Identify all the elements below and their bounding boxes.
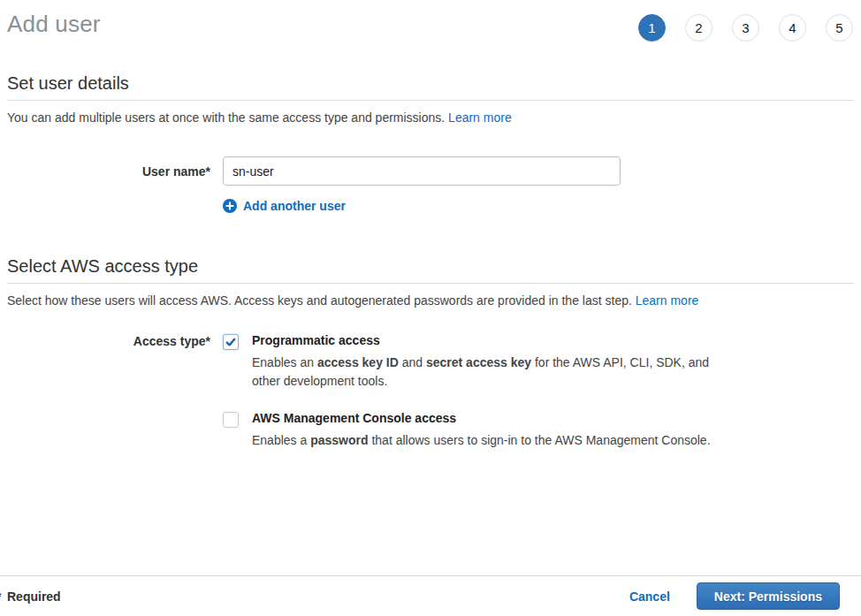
step-1: 1 <box>638 14 666 42</box>
programmatic-access-checkbox[interactable] <box>223 334 239 350</box>
add-another-user-button[interactable]: Add another user <box>223 199 854 213</box>
console-access-option: AWS Management Console access Enables a … <box>223 411 713 450</box>
plus-circle-icon <box>223 199 237 213</box>
section-divider <box>7 283 854 284</box>
set-user-details-section: Set user details You can add multiple us… <box>0 73 861 213</box>
user-name-row: User name* <box>7 156 854 186</box>
access-type-options: Programmatic access Enables an access ke… <box>223 333 713 470</box>
section-heading-user-details: Set user details <box>7 73 854 94</box>
page-header: Add user 1 2 3 4 5 <box>0 0 861 38</box>
user-name-control <box>223 156 621 186</box>
cancel-button[interactable]: Cancel <box>629 589 670 604</box>
checkmark-icon <box>225 336 237 348</box>
user-name-label: User name* <box>7 156 210 186</box>
add-user-page: Add user 1 2 3 4 5 Set user details You … <box>0 0 861 616</box>
next-permissions-button[interactable]: Next: Permissions <box>697 582 840 610</box>
programmatic-access-title: Programmatic access <box>252 333 713 347</box>
desc-bold: access key ID <box>317 355 399 369</box>
console-access-body: AWS Management Console access Enables a … <box>252 411 713 450</box>
select-access-type-section: Select AWS access type Select how these … <box>0 256 861 470</box>
step-indicator: 1 2 3 4 5 <box>638 14 853 42</box>
footer-actions: Cancel Next: Permissions <box>629 582 840 610</box>
step-5: 5 <box>826 14 853 42</box>
access-type-label: Access type* <box>7 333 210 470</box>
programmatic-access-body: Programmatic access Enables an access ke… <box>252 333 713 391</box>
user-details-description: You can add multiple users at once with … <box>7 110 854 125</box>
programmatic-access-option: Programmatic access Enables an access ke… <box>223 333 713 391</box>
console-access-title: AWS Management Console access <box>252 411 713 425</box>
desc-text: Enables an <box>252 355 317 369</box>
add-another-user-label: Add another user <box>243 199 346 213</box>
learn-more-link-user-details[interactable]: Learn more <box>448 110 512 125</box>
step-2: 2 <box>685 14 712 42</box>
step-4: 4 <box>779 14 806 42</box>
desc-bold: secret access key <box>426 355 531 369</box>
desc-text: and <box>399 355 426 369</box>
user-name-input[interactable] <box>223 156 621 186</box>
desc-text: that allows users to sign-in to the AWS … <box>369 433 711 447</box>
desc-text: Enables a <box>252 433 310 447</box>
access-type-row: Access type* Programmatic access Enables… <box>7 333 854 470</box>
required-note: *Required <box>7 589 61 604</box>
console-access-desc: Enables a password that allows users to … <box>252 431 713 450</box>
desc-bold: password <box>310 433 368 447</box>
access-type-description: Select how these users will access AWS. … <box>7 293 854 308</box>
section-heading-access-type: Select AWS access type <box>7 256 854 277</box>
user-details-description-text: You can add multiple users at once with … <box>7 110 445 125</box>
programmatic-access-desc: Enables an access key ID and secret acce… <box>252 354 713 391</box>
wizard-footer: *Required Cancel Next: Permissions <box>0 575 861 616</box>
learn-more-link-access-type[interactable]: Learn more <box>636 293 699 308</box>
console-access-checkbox[interactable] <box>223 412 239 428</box>
step-3: 3 <box>732 14 759 42</box>
access-type-description-text: Select how these users will access AWS. … <box>7 293 632 308</box>
required-label: Required <box>7 589 61 604</box>
section-divider <box>7 100 854 101</box>
required-asterisk: * <box>0 589 1 604</box>
